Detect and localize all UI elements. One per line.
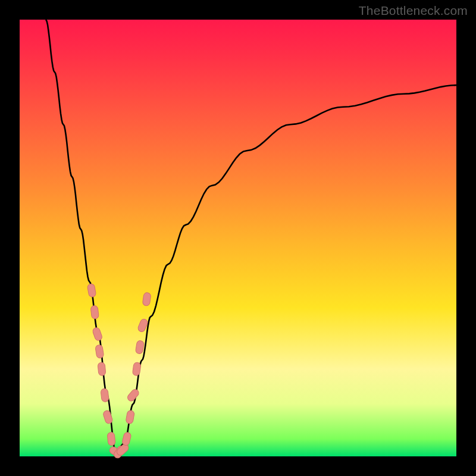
marker-point bbox=[126, 410, 135, 424]
marker-point bbox=[87, 283, 96, 298]
marker-point bbox=[121, 431, 131, 446]
marker-point bbox=[142, 292, 151, 306]
marker-point bbox=[102, 410, 113, 425]
marker-point bbox=[107, 432, 115, 446]
watermark-text: TheBottleneck.com bbox=[359, 4, 468, 18]
marker-point bbox=[95, 345, 104, 359]
marker-point bbox=[101, 389, 109, 402]
marker-point bbox=[126, 388, 140, 403]
marker-point bbox=[90, 305, 99, 319]
curve-layer bbox=[46, 20, 456, 452]
marker-point bbox=[98, 362, 106, 376]
marker-point bbox=[132, 362, 141, 375]
bottleneck-chart bbox=[20, 20, 456, 456]
outer-frame: TheBottleneck.com bbox=[0, 0, 476, 476]
markers-layer bbox=[87, 283, 151, 459]
marker-point bbox=[135, 340, 144, 355]
marker-point bbox=[92, 327, 103, 342]
plot-area bbox=[20, 20, 456, 456]
bottleneck-curve-path bbox=[46, 20, 456, 452]
